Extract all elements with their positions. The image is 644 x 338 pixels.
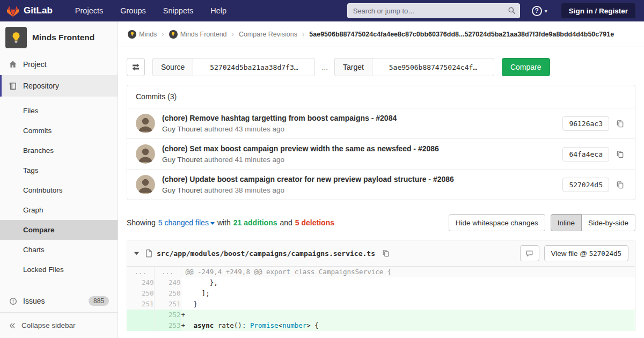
sidebar-item-tags[interactable]: Tags xyxy=(0,160,118,180)
author-avatar[interactable] xyxy=(136,144,155,164)
new-line-number[interactable]: 251 xyxy=(154,299,181,310)
copy-file-path-button[interactable] xyxy=(380,247,392,259)
sidebar-item-project[interactable]: Project xyxy=(0,54,118,75)
navbar-menu-item[interactable]: Groups xyxy=(120,6,146,15)
commit-title-link[interactable]: (chore) Set max boost campaign preview w… xyxy=(162,144,562,153)
breadcrumb-item: Compare Revisions › xyxy=(239,30,309,38)
gitlab-tanuki-icon xyxy=(6,5,19,17)
collapse-sidebar-label: Collapse sidebar xyxy=(21,321,76,329)
old-line-number[interactable]: ... xyxy=(127,267,154,277)
sidebar-item-issues[interactable]: Issues 885 xyxy=(0,290,118,312)
diff-sign: + xyxy=(181,310,186,320)
source-label: Source xyxy=(152,58,193,76)
commit-time: authored 43 minutes ago xyxy=(204,125,284,133)
diff-line: 250 250 ]; xyxy=(127,288,635,299)
sidebar-item-branches[interactable]: Branches xyxy=(0,141,118,160)
sidebar-item-locked-files[interactable]: Locked Files xyxy=(0,260,118,280)
new-line-number[interactable]: 250 xyxy=(154,288,181,299)
breadcrumb-link[interactable]: Minds xyxy=(139,31,157,38)
source-ref-dropdown[interactable]: 527024d5ba21aa38d7f3… xyxy=(193,58,315,76)
diff-line-code: @@ -249,4 +249,8 @@ export class Campaig… xyxy=(181,267,635,277)
commit-title-link[interactable]: (chore) Remove hashtag targetting from b… xyxy=(162,114,562,122)
swap-arrows-icon xyxy=(131,63,140,71)
target-ref-dropdown[interactable]: 5ae9506b887475024c4f… xyxy=(372,58,494,76)
diff-line-code: }, xyxy=(181,277,635,288)
and-label: and xyxy=(280,218,292,227)
sidebar-item-repository[interactable]: Repository xyxy=(0,75,118,97)
commit-title-link[interactable]: (chore) Update boost campaign creator fo… xyxy=(162,175,562,183)
search-input[interactable] xyxy=(347,3,520,18)
file-icon xyxy=(145,249,153,258)
new-line-number[interactable]: 252 xyxy=(154,310,181,320)
inline-view-button[interactable]: Inline xyxy=(551,214,582,231)
copy-sha-button[interactable] xyxy=(614,179,626,191)
commit-author-link[interactable]: Guy Thouret xyxy=(162,156,202,164)
navbar-menu-item[interactable]: Help xyxy=(210,6,226,15)
help-dropdown[interactable]: ? ▾ xyxy=(532,6,547,16)
navbar-menu-item[interactable]: Snippets xyxy=(163,6,193,15)
diff-line: 252 + xyxy=(127,310,635,320)
copy-icon xyxy=(616,181,624,189)
sign-in-button[interactable]: Sign in / Register xyxy=(561,3,635,18)
diff-sign xyxy=(181,288,186,299)
old-line-number[interactable]: 250 xyxy=(127,288,154,299)
issues-icon xyxy=(9,297,17,305)
sidebar-item-files[interactable]: Files xyxy=(0,101,118,121)
author-avatar[interactable] xyxy=(136,175,155,194)
collapse-sidebar-button[interactable]: Collapse sidebar xyxy=(0,312,118,338)
copy-sha-button[interactable] xyxy=(614,117,626,130)
diff-sign xyxy=(181,277,186,288)
commit-sha-link[interactable]: 96126ac3 xyxy=(562,116,609,131)
global-search xyxy=(347,3,520,18)
sidebar-item-commits[interactable]: Commits xyxy=(0,121,118,141)
old-line-number[interactable]: 249 xyxy=(127,277,154,288)
collapse-diff-caret[interactable] xyxy=(134,251,140,256)
compare-button[interactable]: Compare xyxy=(502,58,550,76)
toggle-comments-button[interactable] xyxy=(520,245,539,261)
sidebar-item-compare[interactable]: Compare xyxy=(0,220,118,240)
diff-code-text: @@ -249,4 +249,8 @@ export class Campaig… xyxy=(186,268,392,276)
diff-file-path[interactable]: src/app/modules/boost/campaigns/campaign… xyxy=(157,249,375,258)
commit-author-link[interactable]: Guy Thouret xyxy=(162,186,202,194)
sidebar-item-charts[interactable]: Charts xyxy=(0,240,118,260)
sidebar-item-contributors[interactable]: Contributors xyxy=(0,180,118,200)
target-label: Target xyxy=(334,58,372,76)
repository-submenu: FilesCommitsBranchesTagsContributorsGrap… xyxy=(0,97,118,284)
new-line-number[interactable]: ... xyxy=(154,267,181,277)
view-file-button[interactable]: View file @ 527024d5 xyxy=(544,245,628,261)
swap-revisions-button[interactable] xyxy=(127,58,145,76)
old-line-number[interactable]: 251 xyxy=(127,299,154,310)
chevron-down-icon: ▾ xyxy=(545,8,547,14)
new-line-number[interactable]: 249 xyxy=(154,277,181,288)
diff-file-header: src/app/modules/boost/campaigns/campaign… xyxy=(127,240,635,267)
commit-sha-link[interactable]: 64fa4eca xyxy=(562,147,609,161)
side-by-side-view-button[interactable]: Side-by-side xyxy=(581,214,635,231)
new-line-number[interactable]: 253 xyxy=(154,320,181,331)
changed-files-dropdown[interactable]: 5 changed files xyxy=(158,218,215,227)
hide-whitespace-button[interactable]: Hide whitespace changes xyxy=(449,214,545,231)
author-avatar[interactable] xyxy=(136,114,155,133)
navbar-menu-item[interactable]: Projects xyxy=(75,6,103,15)
old-line-number[interactable] xyxy=(127,320,154,331)
diff-table: ... ... @@ -249,4 +249,8 @@ export class… xyxy=(127,267,635,331)
showing-label: Showing xyxy=(127,218,156,227)
project-name: Minds Frontend xyxy=(32,33,94,42)
old-line-number[interactable] xyxy=(127,310,154,320)
breadcrumb-link[interactable]: Minds Frontend xyxy=(180,31,227,38)
copy-icon xyxy=(616,150,624,158)
diff-view-controls: Hide whitespace changes Inline Side-by-s… xyxy=(449,214,635,231)
copy-icon xyxy=(616,120,624,128)
gitlab-home-link[interactable]: GitLab xyxy=(6,5,53,17)
copy-sha-button[interactable] xyxy=(614,148,626,160)
top-navbar: GitLab ProjectsGroupsSnippetsHelp ? ▾ Si… xyxy=(0,0,644,21)
breadcrumb-link[interactable]: Compare Revisions xyxy=(239,31,297,38)
commit-time: authored 38 minutes ago xyxy=(204,186,284,194)
sidebar-item-graph[interactable]: Graph xyxy=(0,200,118,220)
diff-line: ... ... @@ -249,4 +249,8 @@ export class… xyxy=(127,267,635,277)
project-header[interactable]: Minds Frontend xyxy=(0,21,118,54)
comment-icon xyxy=(525,249,533,258)
breadcrumb: Minds › Minds Frontend › Compare Revisio… xyxy=(118,21,644,47)
commit-sha-link[interactable]: 527024d5 xyxy=(562,178,609,192)
sidebar-item-label: Issues xyxy=(23,297,45,305)
commit-author-link[interactable]: Guy Thouret xyxy=(162,125,202,133)
